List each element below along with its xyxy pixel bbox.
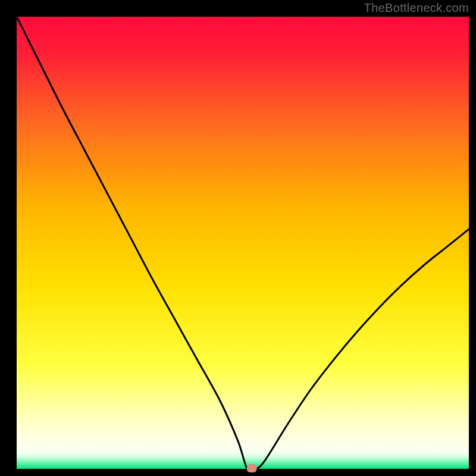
watermark-text: TheBottleneck.com — [364, 1, 469, 15]
bottleneck-chart — [0, 0, 476, 476]
optimal-marker — [247, 464, 257, 472]
plot-background — [17, 17, 469, 469]
chart-frame: TheBottleneck.com — [0, 0, 476, 476]
